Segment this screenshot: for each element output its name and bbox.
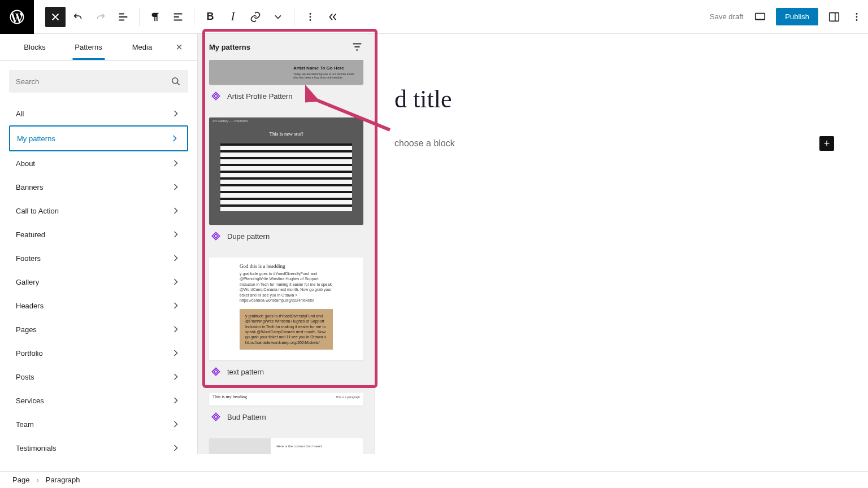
redo-button[interactable] xyxy=(90,7,111,27)
category-my-patterns[interactable]: My patterns xyxy=(9,125,188,151)
chevron-right-icon xyxy=(170,181,181,193)
thumb-title: Artist Name To Go Here xyxy=(293,66,355,71)
category-services[interactable]: Services xyxy=(0,389,197,412)
category-testimonials[interactable]: Testimonials xyxy=(0,436,197,454)
block-placeholder[interactable]: choose a block xyxy=(394,138,455,149)
category-banners[interactable]: Banners xyxy=(0,175,197,199)
thumb-heading: God this is a headding xyxy=(240,263,333,269)
post-title-placeholder[interactable]: d title xyxy=(394,85,834,114)
category-headers[interactable]: Headers xyxy=(0,294,197,317)
thumb-sub: This is a paragraph xyxy=(336,394,360,399)
pattern-label: Dupe pattern xyxy=(227,232,270,241)
category-label: About xyxy=(16,159,35,168)
category-cta[interactable]: Call to Action xyxy=(0,199,197,223)
category-pages[interactable]: Pages xyxy=(0,317,197,341)
pattern-thumbnail: This is my heading This is a paragraph xyxy=(209,393,363,406)
add-block-button[interactable]: + xyxy=(819,136,834,151)
chevron-right-icon xyxy=(170,324,181,335)
settings-sidebar-button[interactable] xyxy=(824,7,844,27)
category-label: Footers xyxy=(16,254,41,263)
pattern-thumbnail: Artist Name To Go Here Today, we are fea… xyxy=(209,60,363,85)
chevron-right-icon xyxy=(170,108,181,119)
patterns-list: Artist Name To Go Here Today, we are fea… xyxy=(198,60,375,454)
pattern-dupe[interactable]: Art Gallery — Overview This is new stuff… xyxy=(209,117,363,247)
category-label: Headers xyxy=(16,302,44,310)
undo-button[interactable] xyxy=(68,7,88,27)
search-input-wrap xyxy=(9,70,188,93)
pattern-bud[interactable]: This is my heading This is a paragraph B… xyxy=(209,393,363,428)
more-options-button[interactable] xyxy=(847,7,867,27)
pattern-thumbnail: Here is the content that I need xyxy=(209,438,363,454)
chevron-right-icon xyxy=(170,300,181,311)
chevron-right-icon xyxy=(170,158,181,169)
close-icon[interactable]: × xyxy=(169,41,189,54)
pattern-group-bk[interactable]: Here is the content that I need Group Pa… xyxy=(209,438,363,454)
category-label: Call to Action xyxy=(16,207,59,215)
options-button[interactable] xyxy=(300,7,320,27)
inserter-panel: Blocks Patterns Media × All My patterns … xyxy=(0,34,198,454)
toolbar-separator xyxy=(294,8,294,26)
category-label: All xyxy=(16,110,24,118)
tab-blocks[interactable]: Blocks xyxy=(8,35,62,59)
bold-button[interactable]: B xyxy=(200,7,220,27)
top-toolbar: B I Save draft Publish xyxy=(0,0,868,34)
document-overview-button[interactable] xyxy=(113,7,133,27)
thumb-nav: Art Gallery — Overview xyxy=(209,117,363,124)
category-portfolio[interactable]: Portfolio xyxy=(0,341,197,365)
thumb-paragraph: y gratitude goes to #YoastDiversityFund … xyxy=(240,271,333,303)
svg-point-5 xyxy=(856,13,858,15)
breadcrumb-current[interactable]: Paragraph xyxy=(46,476,80,484)
category-all[interactable]: All xyxy=(0,102,197,125)
save-draft-button[interactable]: Save draft xyxy=(704,12,749,21)
breadcrumb-root[interactable]: Page xyxy=(12,476,29,484)
search-icon xyxy=(170,76,181,87)
category-team[interactable]: Team xyxy=(0,412,197,436)
search-input[interactable] xyxy=(16,77,166,86)
category-about[interactable]: About xyxy=(0,151,197,175)
filter-icon[interactable] xyxy=(351,41,363,53)
category-label: Testimonials xyxy=(16,444,57,452)
chevron-right-icon xyxy=(170,419,181,430)
patterns-panel-title: My patterns xyxy=(209,43,250,51)
publish-button[interactable]: Publish xyxy=(776,8,818,25)
collapse-toolbar-button[interactable] xyxy=(323,7,343,27)
thumb-body: Today, we are featuring one of our favor… xyxy=(293,72,355,79)
chevron-right-icon xyxy=(170,229,181,240)
align-icon[interactable] xyxy=(168,7,188,27)
category-footers[interactable]: Footers xyxy=(0,246,197,270)
synced-pattern-icon xyxy=(210,366,222,377)
category-gallery[interactable]: Gallery xyxy=(0,270,197,294)
thumb-heading: This is my heading xyxy=(212,394,247,399)
tab-media[interactable]: Media xyxy=(115,35,169,59)
chevron-right-icon xyxy=(170,442,181,454)
pattern-label: text pattern xyxy=(227,368,264,376)
category-featured[interactable]: Featured xyxy=(0,223,197,246)
thumb-text: Here is the content that I need xyxy=(271,445,363,448)
link-button[interactable] xyxy=(245,7,266,27)
wordpress-logo[interactable] xyxy=(0,0,34,34)
close-inserter-button[interactable] xyxy=(45,7,66,27)
category-label: My patterns xyxy=(17,134,55,143)
paragraph-icon[interactable] xyxy=(145,7,166,27)
inserter-tabs: Blocks Patterns Media × xyxy=(0,34,197,61)
pattern-label: Artist Profile Pattern xyxy=(227,92,293,101)
more-rich-text-button[interactable] xyxy=(268,7,288,27)
chevron-right-icon xyxy=(170,205,181,216)
category-posts[interactable]: Posts xyxy=(0,365,197,389)
chevron-right-icon xyxy=(169,133,180,144)
editor-canvas[interactable]: d title choose a block + xyxy=(375,34,868,454)
pattern-text[interactable]: God this is a headding y gratitude goes … xyxy=(209,258,363,383)
pattern-artist-profile[interactable]: Artist Name To Go Here Today, we are fea… xyxy=(209,60,363,107)
patterns-flyout: My patterns Artist Name To Go Here Today… xyxy=(198,34,375,454)
thumb-caption: This is new stuff xyxy=(209,124,363,140)
view-button[interactable] xyxy=(750,7,770,27)
svg-point-8 xyxy=(172,78,178,84)
thumb-image xyxy=(209,438,271,454)
tab-patterns[interactable]: Patterns xyxy=(62,35,115,59)
category-label: Posts xyxy=(16,373,34,381)
category-label: Banners xyxy=(16,183,43,191)
thumb-callout: y gratitude goes to #YoastDiversityFund … xyxy=(240,309,333,350)
pattern-label: Bud Pattern xyxy=(227,413,266,421)
italic-button[interactable]: I xyxy=(223,7,243,27)
category-label: Portfolio xyxy=(16,349,43,358)
